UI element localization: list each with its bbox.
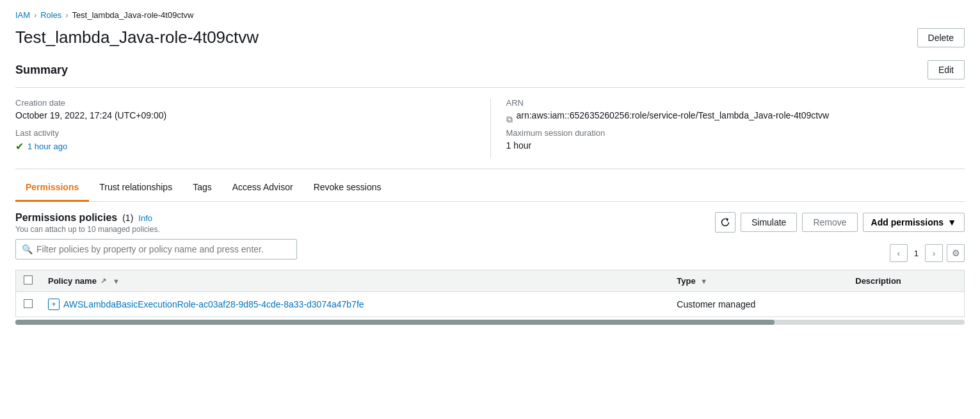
permissions-subtext: You can attach up to 10 managed policies… xyxy=(15,225,160,234)
copy-icon[interactable]: ⧉ xyxy=(506,114,513,125)
last-activity-value: ✔ 1 hour ago xyxy=(15,140,480,152)
last-activity-label: Last activity xyxy=(15,128,480,138)
policy-sort-icon[interactable]: ▼ xyxy=(113,277,120,285)
add-permissions-label: Add permissions xyxy=(871,217,944,227)
page-number: 1 xyxy=(910,249,922,258)
breadcrumb-roles[interactable]: Roles xyxy=(40,10,61,20)
arn-value: arn:aws:iam::652635260256:role/service-r… xyxy=(517,110,830,120)
tab-tags[interactable]: Tags xyxy=(182,174,222,202)
summary-section: Summary Edit Creation date October 19, 2… xyxy=(15,60,965,169)
summary-left: Creation date October 19, 2022, 17:24 (U… xyxy=(15,98,490,158)
permissions-title-row: Permissions policies (1) Info xyxy=(15,212,160,224)
scrollbar-thumb xyxy=(15,320,775,325)
search-input[interactable] xyxy=(15,239,297,259)
breadcrumb-current: Test_lambda_Java-role-4t09ctvw xyxy=(72,10,193,20)
horizontal-scrollbar[interactable] xyxy=(15,320,965,325)
actions-row: Simulate Remove Add permissions ▼ xyxy=(715,212,965,233)
permissions-title-block: Permissions policies (1) Info You can at… xyxy=(15,212,160,234)
max-session-value: 1 hour xyxy=(506,140,955,151)
permissions-header: Permissions policies (1) Info You can at… xyxy=(15,212,965,234)
table-controls: 🔍 ‹ 1 › ⚙ xyxy=(15,239,965,267)
breadcrumb-sep2: › xyxy=(65,11,68,20)
table-body: + AWSLambdaBasicExecutionRole-ac03af28-9… xyxy=(16,292,965,317)
green-check-icon: ✔ xyxy=(15,140,24,152)
summary-right: ARN ⧉ arn:aws:iam::652635260256:role/ser… xyxy=(490,98,965,158)
tab-access-advisor[interactable]: Access Advisor xyxy=(222,174,303,202)
arn-label: ARN xyxy=(506,98,955,108)
summary-grid: Creation date October 19, 2022, 17:24 (U… xyxy=(15,88,965,169)
summary-title: Summary xyxy=(15,63,68,77)
table-row: + AWSLambdaBasicExecutionRole-ac03af28-9… xyxy=(16,292,965,317)
search-container: 🔍 xyxy=(15,239,297,259)
creation-date-value: October 19, 2022, 17:24 (UTC+09:00) xyxy=(15,110,480,120)
page-title: Test_lambda_Java-role-4t09ctvw xyxy=(15,28,259,47)
permissions-title: Permissions policies xyxy=(15,212,117,224)
permissions-section: Permissions policies (1) Info You can at… xyxy=(15,202,965,335)
tab-revoke-sessions[interactable]: Revoke sessions xyxy=(303,174,392,202)
row-checkbox[interactable] xyxy=(24,299,33,308)
table-header: Policy name ↗ ▼ Type ▼ Description xyxy=(16,270,965,292)
creation-date-label: Creation date xyxy=(15,98,480,108)
type-sort-icon[interactable]: ▼ xyxy=(700,277,707,285)
tabs-container: Permissions Trust relationships Tags Acc… xyxy=(15,174,965,202)
th-policy-name: Policy name ↗ ▼ xyxy=(40,270,669,292)
tab-trust-relationships[interactable]: Trust relationships xyxy=(89,174,182,202)
delete-button[interactable]: Delete xyxy=(917,28,965,47)
th-description: Description xyxy=(847,270,964,292)
row-description-cell xyxy=(847,292,964,317)
breadcrumb-iam[interactable]: IAM xyxy=(15,10,30,20)
info-link[interactable]: Info xyxy=(138,213,152,223)
refresh-button[interactable] xyxy=(715,212,735,233)
add-permissions-arrow-icon: ▼ xyxy=(947,217,956,227)
add-permissions-button[interactable]: Add permissions ▼ xyxy=(863,213,965,232)
page-header: Test_lambda_Java-role-4t09ctvw Delete xyxy=(15,28,965,47)
max-session-label: Maximum session duration xyxy=(506,128,955,138)
tab-permissions[interactable]: Permissions xyxy=(15,174,89,202)
table-header-row: Policy name ↗ ▼ Type ▼ Description xyxy=(16,270,965,292)
last-activity-link[interactable]: 1 hour ago xyxy=(28,142,67,151)
row-type-value: Customer managed xyxy=(677,299,755,309)
description-header-label: Description xyxy=(855,276,901,286)
row-expand: + AWSLambdaBasicExecutionRole-ac03af28-9… xyxy=(48,299,661,310)
expand-icon[interactable]: + xyxy=(48,299,60,310)
pagination-row: ‹ 1 › ⚙ xyxy=(890,244,965,262)
permissions-count: (1) xyxy=(122,213,133,223)
summary-header: Summary Edit xyxy=(15,60,965,79)
permissions-table: Policy name ↗ ▼ Type ▼ Description xyxy=(15,270,965,317)
refresh-icon xyxy=(720,217,730,227)
policy-name-link[interactable]: AWSLambdaBasicExecutionRole-ac03af28-9d8… xyxy=(63,299,364,309)
external-link-icon: ↗ xyxy=(100,277,106,285)
remove-button[interactable]: Remove xyxy=(802,213,857,232)
settings-button[interactable]: ⚙ xyxy=(947,244,965,262)
breadcrumb-sep1: › xyxy=(34,11,36,20)
type-header-label: Type xyxy=(677,276,695,286)
arn-row: ⧉ arn:aws:iam::652635260256:role/service… xyxy=(506,110,955,128)
edit-button[interactable]: Edit xyxy=(928,60,965,79)
pagination: ‹ 1 › xyxy=(890,244,943,262)
th-policy-name-inner: Policy name ↗ ▼ xyxy=(48,276,661,286)
th-type: Type ▼ xyxy=(669,270,847,292)
row-policy-name-cell: + AWSLambdaBasicExecutionRole-ac03af28-9… xyxy=(40,292,669,317)
breadcrumb: IAM › Roles › Test_lambda_Java-role-4t09… xyxy=(15,10,965,20)
simulate-button[interactable]: Simulate xyxy=(741,213,797,232)
search-icon: 🔍 xyxy=(22,244,33,254)
row-checkbox-cell xyxy=(16,292,41,317)
next-page-button[interactable]: › xyxy=(925,244,943,262)
select-all-checkbox[interactable] xyxy=(24,275,33,284)
row-type-cell: Customer managed xyxy=(669,292,847,317)
prev-page-button[interactable]: ‹ xyxy=(890,244,908,262)
th-checkbox xyxy=(16,270,41,292)
policy-name-header-label: Policy name xyxy=(48,276,97,286)
